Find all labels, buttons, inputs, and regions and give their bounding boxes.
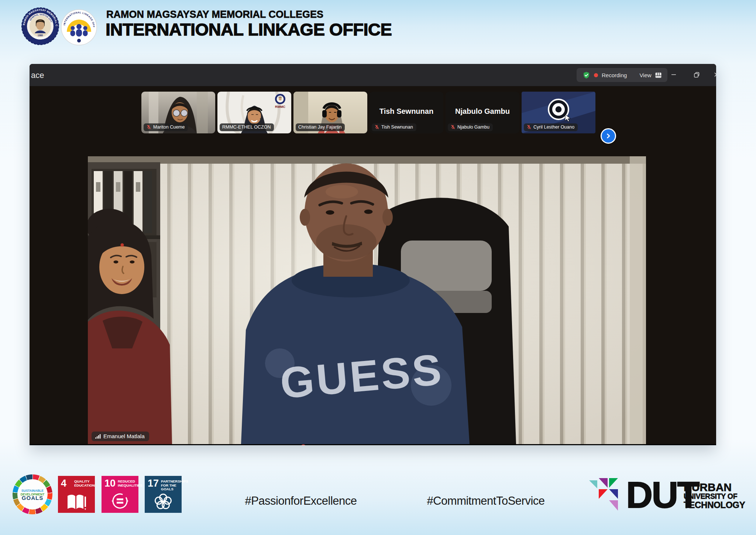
participant-name-pill: Cyril Lesther Ouano (524, 123, 578, 131)
sdg-card-quality-education: 4 QUALITYEDUCATION (58, 476, 95, 513)
muted-mic-icon (146, 125, 151, 130)
participant-name-pill: Mariton Cueme (144, 123, 188, 131)
restore-button[interactable] (691, 69, 702, 80)
participant-name-pill: Tish Sewnunan (372, 123, 416, 131)
header: RAMON MAGSAYSAY MEMORIAL COLLEGES PHILIP… (0, 0, 756, 55)
chevron-right-icon (605, 133, 611, 139)
participant-name-large: Njabulo Gambu (446, 107, 519, 116)
linkage-office-logo: INTERNATIONAL LINKAGE OFFICE (61, 9, 97, 46)
sdg-wheel-ring: SUSTAINABLE DEVELOPMENT GOALS (13, 474, 52, 514)
recording-dot-icon (594, 73, 598, 77)
dut-name: DURBAN UNIVERSITY OF TECHNOLOGY (684, 482, 745, 510)
hashtag-passion: #PassionforExcellence (223, 494, 378, 508)
participant-name-pill: Christian Jay Fajartin (296, 123, 345, 131)
hashtag-commitment: #CommitmentToService (408, 494, 563, 508)
close-button[interactable] (711, 69, 716, 80)
participant-name-pill: RMMC-ETHEL OCZON (220, 123, 274, 131)
college-name: RAMON MAGSAYSAY MEMORIAL COLLEGES (106, 9, 323, 20)
participant-tile[interactable]: RMMC RMMC-ETHEL OCZON (217, 92, 291, 133)
participant-tile[interactable]: Tish Sewnunan Tish Sewnunan (370, 92, 443, 133)
sdg-card-reduced-inequalities: 10 REDUCEDINEQUALITIES (102, 476, 138, 513)
participant-tile[interactable]: Njabulo Gambu Njabulo Gambu (446, 92, 519, 133)
meeting-window: ace Recording View (30, 64, 716, 445)
meeting-toolbar: Video 42 Participants 1 Chat (30, 444, 716, 445)
rmmc-watermark-badge: RMMC (275, 94, 285, 109)
recording-status-group: Recording View (577, 68, 667, 82)
speaker-scene: GUESS (88, 156, 646, 444)
sdg-card-partnerships: 17 PARTNERSHIPSFOR THE GOALS (145, 476, 182, 513)
svg-text:1960: 1960 (38, 34, 43, 37)
chat-unread-badge: 1 (300, 444, 306, 445)
participant-tile[interactable]: Cyril Lesther Ouano (522, 92, 595, 133)
muted-mic-icon (526, 125, 532, 130)
view-menu[interactable]: View (639, 72, 651, 78)
minimize-button[interactable] (668, 69, 679, 80)
filmstrip-next-button[interactable] (601, 128, 616, 144)
muted-mic-icon (374, 125, 379, 130)
participant-tile[interactable]: Mariton Cueme (141, 92, 215, 133)
page: RAMON MAGSAYSAY MEMORIAL COLLEGES PHILIP… (0, 0, 756, 535)
office-title: INTERNATIONAL LINKAGE OFFICE (106, 19, 392, 40)
recording-label: Recording (602, 72, 627, 78)
equality-icon (102, 491, 138, 511)
window-titlebar: ace Recording View (30, 64, 716, 86)
gallery-view-icon[interactable] (655, 72, 662, 78)
rmmc-seal-logo: RAMON MAGSAYSAY MEMORIAL COLLEGES PHILIP… (21, 7, 60, 46)
meeting-stage: Mariton Cueme (30, 86, 716, 445)
muted-mic-icon (450, 125, 456, 130)
window-title: ace (31, 71, 44, 80)
participant-tile[interactable]: Christian Jay Fajartin (293, 92, 367, 133)
svg-text:RMMC: RMMC (275, 105, 285, 109)
sdg-wheel-label: SUSTAINABLE DEVELOPMENT GOALS (17, 479, 48, 510)
participant-name-pill: Njabulo Gambu (448, 123, 493, 131)
audio-level-icon (95, 434, 101, 439)
book-icon (58, 494, 95, 511)
dut-logo-triangles (589, 475, 626, 515)
participant-name-large: Tish Sewnunan (370, 107, 443, 116)
active-speaker-video[interactable]: GUESS (88, 156, 646, 444)
interlocking-circles-icon (145, 492, 182, 511)
speaker-name-pill: Emanuel Matlala (92, 432, 149, 441)
security-shield-icon (583, 71, 590, 79)
